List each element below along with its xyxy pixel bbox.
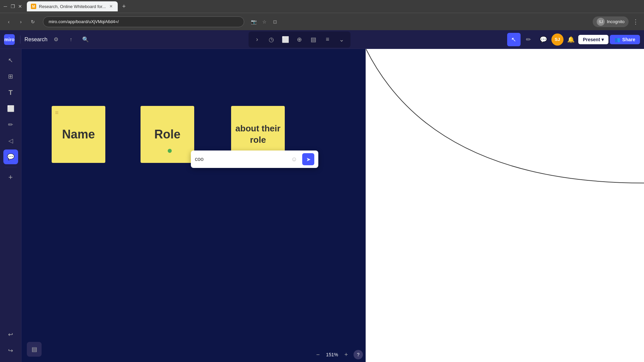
screen-tool[interactable]: ⬜: [279, 33, 292, 46]
window-close[interactable]: ✕: [17, 4, 23, 9]
send-button[interactable]: ➤: [302, 153, 314, 165]
panel-toggle-button[interactable]: ▤: [27, 342, 42, 357]
address-bar-icons: 📷 ☆ ⊡: [250, 18, 279, 26]
notes-tool[interactable]: ≡: [321, 33, 334, 46]
sidebar-tool-reactions[interactable]: 💬: [3, 149, 18, 164]
miro-logo-icon: miro: [4, 34, 15, 45]
new-tab-button[interactable]: +: [119, 2, 128, 11]
redo-button[interactable]: ↪: [3, 343, 18, 358]
back-button[interactable]: ‹: [4, 17, 13, 26]
comment-tool-button[interactable]: 💬: [537, 33, 550, 46]
sidebar-tool-frames[interactable]: ⊞: [3, 69, 18, 84]
user-avatar[interactable]: SJ: [551, 34, 564, 46]
help-button[interactable]: ?: [354, 350, 363, 359]
sidebar-divider: [5, 167, 17, 167]
sidebar-tool-pen[interactable]: ✏: [3, 117, 18, 132]
tab-title: Research, Online Whiteboard for...: [39, 4, 106, 9]
center-toolbar: › ◷ ⬜ ⊕ ▤ ≡ ⌄: [249, 32, 351, 48]
notification-bell[interactable]: 🔔: [565, 34, 577, 46]
incognito-avatar: SJ: [597, 18, 605, 26]
address-bar: ‹ › ↻ 📷 ☆ ⊡ SJ Incognito ⋮: [0, 13, 644, 30]
target-tool[interactable]: ⊕: [293, 33, 306, 46]
header-right-tools: ↖ ✏ 💬 SJ 🔔 Present ▾ 👥 Share: [507, 33, 640, 46]
comment-input-box: ☺ ➤: [191, 150, 318, 168]
zoom-in-button[interactable]: +: [341, 350, 351, 359]
extend-icon[interactable]: ⊡: [271, 18, 279, 26]
upload-button[interactable]: ↑: [65, 34, 77, 46]
right-panel: [366, 49, 644, 362]
sidebar-tool-sticky[interactable]: ⬜: [3, 101, 18, 116]
header-divider: [20, 36, 20, 44]
refresh-button[interactable]: ↻: [28, 17, 38, 26]
comment-input-field[interactable]: [195, 156, 286, 162]
emoji-button[interactable]: ☺: [289, 154, 300, 165]
tab-close-button[interactable]: ✕: [108, 4, 114, 9]
sticky-note-role[interactable]: Role: [141, 106, 194, 163]
settings-button[interactable]: ⚙: [50, 34, 62, 46]
card-tool[interactable]: ▤: [307, 33, 320, 46]
incognito-label: Incognito: [607, 19, 625, 24]
undo-button[interactable]: ↩: [3, 327, 18, 342]
sidebar-tool-add[interactable]: +: [3, 170, 18, 185]
sidebar-tool-shapes[interactable]: ◁: [3, 133, 18, 148]
miro-app: miro Research ⚙ ↑ 🔍 › ◷ ⬜ ⊕ ▤ ≡ ⌄ ↖ ✏ 💬 …: [0, 30, 644, 362]
connection-dot: [168, 149, 172, 153]
zoom-level-display: 151%: [325, 352, 339, 357]
sidebar-tool-text[interactable]: T: [3, 85, 18, 100]
left-sidebar: ↖ ⊞ T ⬜ ✏ ◁ 💬 + ↩ ↪: [0, 49, 21, 362]
sticky-note-about-label: about their role: [231, 123, 285, 146]
miro-logo: miro: [4, 34, 15, 45]
incognito-button[interactable]: SJ Incognito: [593, 16, 629, 27]
more-tool[interactable]: ⌄: [335, 33, 348, 46]
browser-tab[interactable]: M Research, Online Whiteboard for... ✕: [27, 1, 118, 11]
star-icon[interactable]: ☆: [260, 18, 268, 26]
tab-favicon: M: [31, 4, 36, 9]
camera-icon[interactable]: 📷: [250, 18, 258, 26]
zoom-controls: − 151% +: [313, 350, 351, 359]
sidebar-bottom: ↩ ↪: [3, 327, 18, 358]
sidebar-tool-cursor[interactable]: ↖: [3, 53, 18, 68]
cursor-tool-active[interactable]: ↖: [507, 33, 521, 46]
miro-main: ↖ ⊞ T ⬜ ✏ ◁ 💬 + ↩ ↪ ≡ Name Role: [0, 49, 644, 362]
sticky-note-icon: ≡: [55, 109, 59, 116]
canvas[interactable]: ≡ Name Role about their role ☺ ➤: [21, 49, 366, 362]
sticky-note-name[interactable]: ≡ Name: [52, 106, 105, 163]
window-restore[interactable]: ❐: [10, 4, 15, 9]
search-button[interactable]: 🔍: [79, 34, 92, 46]
miro-header: miro Research ⚙ ↑ 🔍 › ◷ ⬜ ⊕ ▤ ≡ ⌄ ↖ ✏ 💬 …: [0, 30, 644, 49]
url-input[interactable]: [43, 16, 244, 27]
board-name: Research: [24, 37, 47, 43]
browser-menu-button[interactable]: ⋮: [631, 17, 640, 27]
forward-button[interactable]: ›: [16, 17, 25, 26]
browser-chrome: ─ ❐ ✕ M Research, Online Whiteboard for.…: [0, 0, 644, 30]
share-button[interactable]: 👥 Share: [610, 35, 640, 44]
sticky-note-role-label: Role: [154, 127, 180, 141]
forward-tool[interactable]: ›: [251, 33, 264, 46]
timer-tool[interactable]: ◷: [265, 33, 278, 46]
present-button[interactable]: Present ▾: [578, 35, 608, 44]
window-minimize[interactable]: ─: [3, 4, 8, 9]
sticky-note-name-label: Name: [62, 127, 95, 141]
zoom-out-button[interactable]: −: [313, 350, 323, 359]
pen-tool-button[interactable]: ✏: [522, 33, 535, 46]
right-panel-curve: [366, 49, 644, 362]
